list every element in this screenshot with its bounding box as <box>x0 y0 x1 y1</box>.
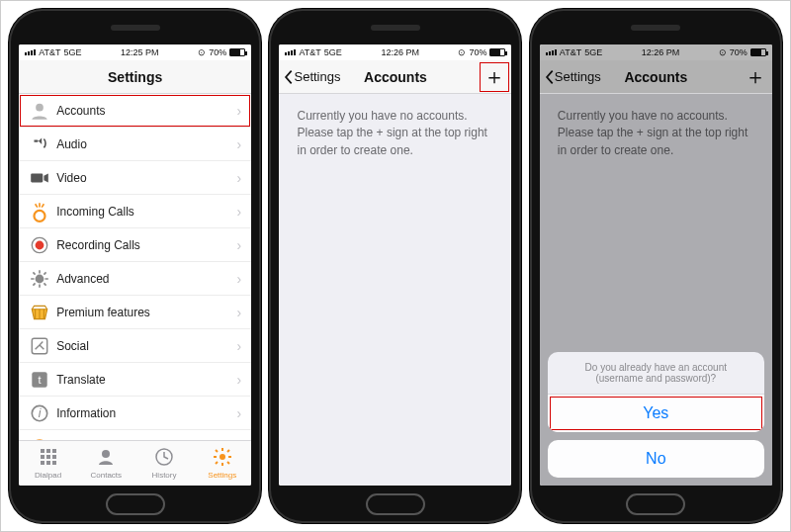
row-social[interactable]: Social› <box>19 329 251 363</box>
row-label: About <box>56 440 236 441</box>
carrier-label: AT&T <box>560 47 581 57</box>
tab-settings[interactable]: Settings <box>193 441 251 486</box>
tab-history[interactable]: History <box>135 441 194 486</box>
clock: 12:26 PM <box>381 47 419 57</box>
dialpad-icon <box>39 447 58 469</box>
tab-label: Settings <box>208 471 236 480</box>
svg-rect-14 <box>52 449 56 453</box>
battery-icon <box>489 48 505 56</box>
premium-icon <box>29 302 50 323</box>
status-bar: AT&T 5GE 12:25 PM ⊙ 70% <box>19 44 251 60</box>
tab-contacts[interactable]: Contacts <box>77 441 135 486</box>
svg-point-23 <box>220 454 225 460</box>
row-accounts[interactable]: Accounts› <box>19 94 251 128</box>
screen-settings: AT&T 5GE 12:25 PM ⊙ 70% Settings Account… <box>19 44 251 486</box>
add-button[interactable]: ＋ <box>745 66 766 88</box>
svg-point-21 <box>102 450 110 458</box>
svg-rect-15 <box>41 455 44 459</box>
chevron-right-icon: › <box>236 271 241 287</box>
tab-bar: DialpadContactsHistorySettings <box>19 440 251 486</box>
alarm-icon: ⊙ <box>198 47 206 57</box>
sheet-msg-line: (username and password)? <box>562 373 750 384</box>
highlight-box <box>480 62 509 92</box>
sheet-no-button[interactable]: No <box>548 440 764 478</box>
empty-accounts-message: Currently you have no accounts. Please t… <box>279 94 511 486</box>
empty-line: in order to create one. <box>558 142 754 159</box>
network-label: 5GE <box>64 47 82 57</box>
tab-label: History <box>152 471 177 480</box>
svg-rect-17 <box>52 455 56 459</box>
row-audio[interactable]: Audio› <box>19 128 251 161</box>
nav-bar: Settings <box>19 60 251 94</box>
network-label: 5GE <box>584 47 602 57</box>
svg-point-5 <box>36 274 44 283</box>
row-about[interactable]: About› <box>19 430 251 440</box>
settings-icon <box>213 447 232 469</box>
svg-rect-12 <box>41 449 44 453</box>
chevron-right-icon: › <box>236 170 241 186</box>
settings-list: Accounts›Audio›Video›Incoming Calls›Reco… <box>19 94 251 440</box>
svg-point-11 <box>32 439 46 440</box>
battery-pct: 70% <box>469 47 486 57</box>
screen-accounts-sheet: AT&T 5GE 12:26 PM ⊙ 70% Settings Account… <box>540 44 772 486</box>
row-video[interactable]: Video› <box>19 161 251 195</box>
about-icon <box>29 436 50 441</box>
row-label: Accounts <box>56 104 236 118</box>
chevron-right-icon: › <box>236 338 241 354</box>
empty-line: Please tap the + sign at the top right <box>558 125 754 141</box>
advanced-icon <box>29 268 50 290</box>
row-label: Information <box>56 406 236 420</box>
sheet-message: Do you already have an account (username… <box>548 352 764 395</box>
audio-icon <box>29 133 50 155</box>
signal-icon <box>546 49 557 55</box>
row-label: Advanced <box>56 272 236 286</box>
incoming-icon <box>29 201 50 222</box>
row-advanced[interactable]: Advanced› <box>19 262 251 296</box>
alarm-icon: ⊙ <box>458 47 466 57</box>
row-label: Video <box>56 171 236 185</box>
phone-3: AT&T 5GE 12:26 PM ⊙ 70% Settings Account… <box>530 9 782 523</box>
row-incoming-calls[interactable]: Incoming Calls› <box>19 195 251 228</box>
row-information[interactable]: iInformation› <box>19 397 251 430</box>
signal-icon <box>285 49 296 55</box>
phone-2: AT&T 5GE 12:26 PM ⊙ 70% Settings Account… <box>269 9 521 523</box>
svg-point-0 <box>36 103 44 111</box>
chevron-right-icon: › <box>236 136 241 152</box>
chevron-right-icon: › <box>236 439 241 441</box>
tab-label: Contacts <box>90 471 122 480</box>
history-icon <box>154 447 174 469</box>
row-label: Incoming Calls <box>56 205 236 219</box>
row-translate[interactable]: tTranslate› <box>19 363 251 397</box>
battery-icon <box>229 48 245 56</box>
battery-pct: 70% <box>730 47 747 57</box>
clock: 12:26 PM <box>642 47 680 57</box>
alarm-icon: ⊙ <box>719 47 727 57</box>
tab-dialpad[interactable]: Dialpad <box>19 441 77 486</box>
phone-1: AT&T 5GE 12:25 PM ⊙ 70% Settings Account… <box>9 9 261 523</box>
empty-line: Currently you have no accounts. <box>297 108 493 125</box>
svg-text:t: t <box>39 374 42 386</box>
empty-line: in order to create one. <box>297 142 493 159</box>
svg-rect-18 <box>41 461 44 465</box>
status-bar: AT&T 5GE 12:26 PM ⊙ 70% <box>540 44 772 60</box>
row-recording-calls[interactable]: Recording Calls› <box>19 228 251 262</box>
accounts-icon <box>29 100 50 122</box>
chevron-right-icon: › <box>236 237 241 253</box>
sheet-yes-button[interactable]: Yes <box>548 395 764 432</box>
network-label: 5GE <box>324 47 342 57</box>
translate-icon: t <box>29 369 50 391</box>
carrier-label: AT&T <box>299 47 320 57</box>
battery-pct: 70% <box>209 47 226 57</box>
row-premium-features[interactable]: Premium features› <box>19 296 251 329</box>
chevron-right-icon: › <box>236 103 241 119</box>
status-bar: AT&T 5GE 12:26 PM ⊙ 70% <box>279 44 511 60</box>
svg-rect-19 <box>46 461 50 465</box>
svg-point-4 <box>36 240 44 249</box>
recording-icon <box>29 234 50 256</box>
row-label: Translate <box>56 373 236 387</box>
page-title: Accounts <box>540 69 772 85</box>
row-label: Social <box>56 339 236 353</box>
svg-rect-20 <box>52 461 56 465</box>
svg-rect-1 <box>31 173 43 182</box>
chevron-right-icon: › <box>236 405 241 421</box>
